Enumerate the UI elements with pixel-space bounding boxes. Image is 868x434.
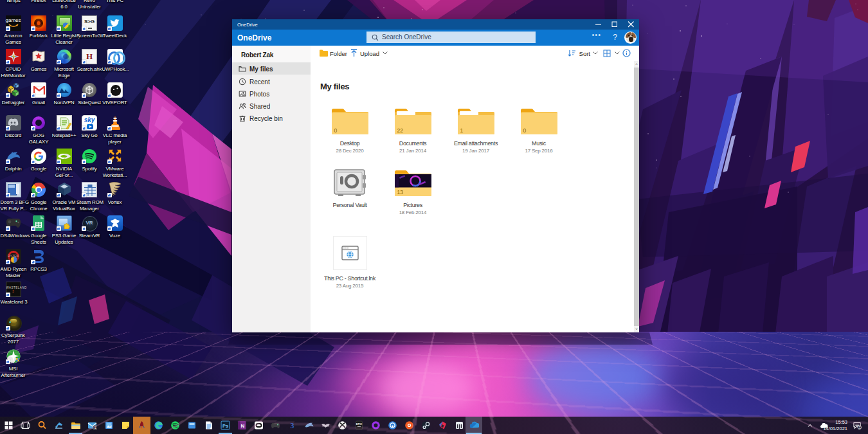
svg-text:Ps: Ps	[222, 423, 228, 429]
svg-text:0: 0	[334, 127, 337, 134]
svg-text:13: 13	[397, 189, 403, 195]
svg-text:3: 3	[858, 426, 860, 429]
svg-text:3: 3	[290, 421, 294, 430]
svg-text:1: 1	[94, 426, 96, 429]
svg-text:N: N	[240, 423, 244, 429]
svg-text:0: 0	[523, 127, 526, 134]
svg-text:22: 22	[397, 127, 403, 134]
svg-text:EPIC: EPIC	[356, 422, 361, 426]
svg-text:1: 1	[460, 127, 463, 134]
